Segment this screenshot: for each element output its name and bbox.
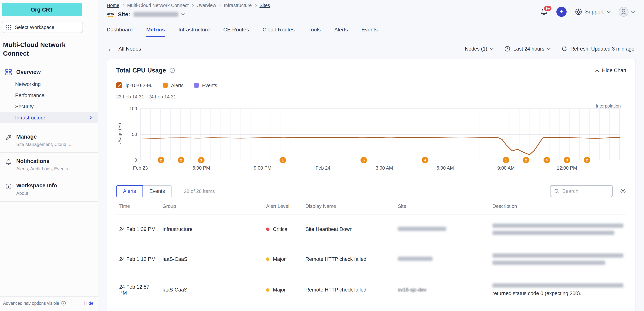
sidebar-item-performance[interactable]: Performance xyxy=(0,90,98,101)
nodes-dropdown-label: Nodes (1) xyxy=(465,46,487,52)
notifications-subtitle: Alerts, Audit Logs, Events xyxy=(16,166,68,172)
user-avatar xyxy=(618,7,629,17)
sparkle-icon: ✦ xyxy=(560,9,564,14)
breadcrumb-sites[interactable]: Sites xyxy=(260,3,270,8)
chevron-right-icon xyxy=(88,116,92,120)
workspace-grid-icon xyxy=(6,24,11,30)
chart-date-range: 23 Feb 14:31 - 24 Feb 14:31 xyxy=(116,94,626,100)
legend-alerts[interactable]: Alerts xyxy=(163,82,184,88)
hide-nav-link[interactable]: Hide xyxy=(84,300,94,306)
table-row[interactable]: 24 Feb 1:39 PM Infrastructure Critical S… xyxy=(116,214,626,244)
breadcrumb-separator-icon xyxy=(122,4,124,7)
table-row[interactable]: 24 Feb 12:57 PM IaaS-CaaS Major Remote H… xyxy=(116,274,626,306)
redacted-text xyxy=(492,224,623,228)
redacted-text xyxy=(492,261,605,265)
sidebar-item-infrastructure[interactable]: Infrastructure xyxy=(0,112,98,124)
divider xyxy=(0,201,98,202)
support-menu[interactable]: Support xyxy=(575,8,610,15)
partially-redacted-text: sv16-sjc-dev xyxy=(398,287,426,293)
row-site xyxy=(398,256,492,262)
row-time: 24 Feb 1:39 PM xyxy=(119,226,162,232)
search-input[interactable] xyxy=(562,188,608,194)
manage-label: Manage xyxy=(16,134,71,140)
info-icon[interactable] xyxy=(169,68,175,73)
row-time: 24 Feb 1:12 PM xyxy=(119,256,162,262)
legend-node-checkbox[interactable]: ip-10-0-2-96 xyxy=(116,82,152,88)
alert-marker-count: 1 xyxy=(200,158,202,162)
all-nodes-label: All Nodes xyxy=(118,46,141,52)
breadcrumb: Home Multi-Cloud Network Connect Overvie… xyxy=(107,3,270,8)
notifications-label: Notifications xyxy=(16,158,68,164)
breadcrumb-infrastructure[interactable]: Infrastructure xyxy=(224,3,252,8)
x-tick-label: 3:00 AM xyxy=(376,165,393,170)
time-range-label: Last 24 hours xyxy=(514,46,544,52)
breadcrumb-separator-icon xyxy=(191,4,194,7)
main-content: Home Multi-Cloud Network Connect Overvie… xyxy=(98,0,644,311)
table-row[interactable]: 24 Feb 1:12 PM IaaS-CaaS Major Remote HT… xyxy=(116,244,626,274)
tab-alerts[interactable]: Alerts xyxy=(334,27,348,37)
sidebar-item-manage[interactable]: Manage Site Management, Cloud ... xyxy=(0,133,98,148)
back-to-all-nodes[interactable]: ← All Nodes xyxy=(108,46,141,52)
divider xyxy=(0,128,98,128)
bell-icon xyxy=(5,159,12,165)
time-range-dropdown[interactable]: Last 24 hours xyxy=(504,46,550,52)
nodes-dropdown[interactable]: Nodes (1) xyxy=(465,46,493,52)
breadcrumb-home[interactable]: Home xyxy=(107,3,120,8)
x-tick-label: 6:00 AM xyxy=(436,165,454,170)
alert-marker-count: 2 xyxy=(180,158,182,162)
breadcrumb-overview[interactable]: Overview xyxy=(196,3,216,8)
alerts-events-toggle: Alerts Events xyxy=(116,185,172,197)
tab-events[interactable]: Events xyxy=(362,27,378,37)
hide-chart-toggle[interactable]: Hide Chart xyxy=(596,68,626,74)
checkbox-checked-icon xyxy=(116,82,122,88)
chart-area: Usage (%) 050100Feb 236:00 PM9:00 PMFeb … xyxy=(116,103,626,179)
table-controls: Alerts Events 28 of 28 items xyxy=(116,185,626,197)
alert-marker-count: 4 xyxy=(424,158,426,162)
tab-dashboard[interactable]: Dashboard xyxy=(107,27,133,37)
legend-events-label: Events xyxy=(202,82,217,88)
user-menu[interactable] xyxy=(618,7,634,17)
aws-icon: aws xyxy=(107,12,114,17)
header-actions: 9+ ✦ Support xyxy=(540,3,634,18)
description-text: returned status code 0 (expecting 200). xyxy=(492,290,581,296)
sidebar-item-notifications[interactable]: Notifications Alerts, Audit Logs, Events xyxy=(0,157,98,172)
site-label: Site: xyxy=(118,11,130,18)
select-workspace-button[interactable]: Select Workspace xyxy=(2,22,83,33)
chevron-up-icon xyxy=(595,70,599,74)
sidebar-item-networking[interactable]: Networking xyxy=(0,79,98,90)
legend-alerts-label: Alerts xyxy=(171,82,184,88)
redacted-text xyxy=(398,257,432,261)
tab-cloud-routes[interactable]: Cloud Routes xyxy=(262,27,295,37)
breadcrumb-separator-icon xyxy=(254,4,257,7)
events-swatch-icon xyxy=(194,83,199,88)
row-site xyxy=(398,226,492,232)
table-settings-gear-icon[interactable] xyxy=(620,188,626,194)
events-tab-button[interactable]: Events xyxy=(143,185,172,197)
support-icon xyxy=(575,8,582,15)
workspace-info-label: Workspace Info xyxy=(16,182,57,189)
tab-metrics[interactable]: Metrics xyxy=(146,27,165,37)
alert-marker-count: 2 xyxy=(160,158,162,162)
legend-events[interactable]: Events xyxy=(194,82,217,88)
row-display-name: Remote HTTP check failed xyxy=(306,287,398,293)
app-root: Org CRT Select Workspace Multi-Cloud Net… xyxy=(0,0,644,311)
row-display-name: Remote HTTP check failed xyxy=(306,256,398,262)
refresh-button[interactable]: Refresh: Updated 3 min ago xyxy=(561,46,634,52)
row-description: returned status code 0 (expecting 200). xyxy=(492,283,630,296)
sidebar-item-security[interactable]: Security xyxy=(0,101,98,112)
search-icon xyxy=(554,188,559,194)
site-selector[interactable]: aws Site: xyxy=(107,11,270,18)
tab-infrastructure[interactable]: Infrastructure xyxy=(178,27,210,37)
tab-tools[interactable]: Tools xyxy=(308,27,320,37)
alerts-tab-button[interactable]: Alerts xyxy=(116,185,143,197)
org-selector[interactable]: Org CRT xyxy=(2,3,82,16)
breadcrumb-mcn[interactable]: Multi-Cloud Network Connect xyxy=(127,3,189,8)
alert-marker-count: 1 xyxy=(282,158,284,162)
sidebar-item-workspace-info[interactable]: Workspace Info About xyxy=(0,182,98,197)
tab-ce-routes[interactable]: CE Routes xyxy=(223,27,249,37)
critical-dot-icon xyxy=(266,228,270,231)
sidebar-item-overview[interactable]: Overview xyxy=(0,66,98,79)
assistant-button[interactable]: ✦ xyxy=(556,7,566,17)
chevron-down-icon xyxy=(547,46,550,50)
notifications-button[interactable]: 9+ xyxy=(540,8,548,16)
